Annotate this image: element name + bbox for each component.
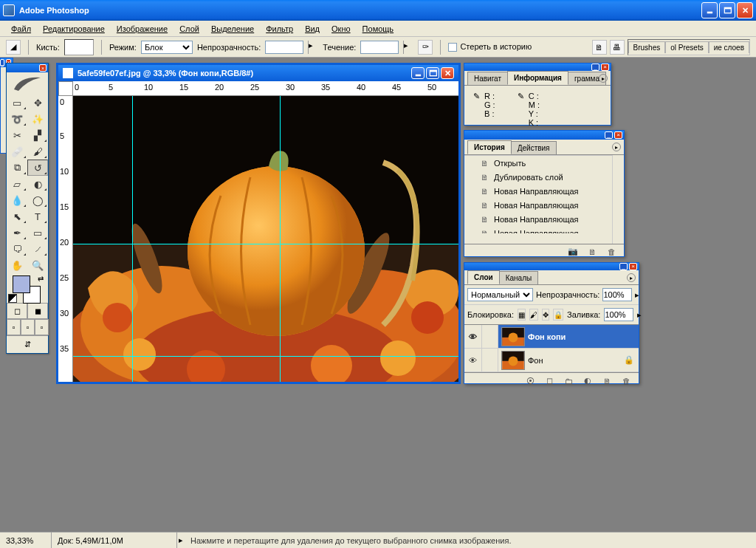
- delete-button[interactable]: 🗑: [605, 246, 618, 257]
- palette-minimize-button[interactable]: _: [619, 263, 628, 270]
- menu-layer[interactable]: Слой: [174, 23, 205, 35]
- jump-to-imageready-button[interactable]: ⇵: [7, 335, 48, 353]
- lasso-tool[interactable]: ➰: [7, 111, 27, 127]
- toolbox-close-button[interactable]: ×: [39, 64, 47, 72]
- palette-minimize-button[interactable]: _: [591, 64, 599, 71]
- docsize-status[interactable]: Док: 5,49M/11,0M: [52, 532, 177, 548]
- quickmask-mode-button[interactable]: ◼: [27, 303, 48, 319]
- window-minimize-button[interactable]: 🗕: [701, 2, 718, 18]
- canvas[interactable]: [73, 96, 458, 382]
- menu-filter[interactable]: Фильтр: [261, 23, 298, 35]
- history-item[interactable]: 🗎Дублировать слой: [464, 170, 612, 184]
- layer-fill-input[interactable]: [604, 308, 633, 321]
- visibility-toggle[interactable]: 👁: [464, 325, 482, 348]
- slice-tool[interactable]: ▞: [27, 127, 48, 143]
- marquee-tool[interactable]: ▭: [7, 95, 27, 111]
- layer-mask-button[interactable]: ◻: [543, 375, 556, 387]
- eraser-tool[interactable]: ▱: [7, 176, 27, 192]
- history-item[interactable]: 🗎Новая Направляющая: [464, 212, 612, 226]
- screen-std-button[interactable]: ▫: [7, 319, 21, 335]
- blend-mode-select[interactable]: Нормальный: [467, 288, 533, 301]
- layer-style-button[interactable]: ⦿: [523, 375, 537, 387]
- heal-tool[interactable]: 🩹: [7, 143, 27, 160]
- standard-mode-button[interactable]: ◻: [7, 303, 27, 319]
- zoom-status[interactable]: 33,33%: [0, 532, 52, 548]
- airbrush-icon[interactable]: ✑: [418, 40, 433, 55]
- palette-close-button[interactable]: ×: [614, 131, 622, 139]
- palette-menu-button[interactable]: ▸: [612, 143, 621, 151]
- lock-transparency-button[interactable]: ▦: [518, 309, 526, 321]
- layer-row[interactable]: 👁 Фон копи: [464, 325, 639, 349]
- new-set-button[interactable]: 🗀: [562, 375, 575, 387]
- path-tool[interactable]: ⬉: [7, 208, 27, 225]
- window-close-button[interactable]: ✕: [737, 2, 753, 18]
- ruler-horizontal[interactable]: 0 5 10 15 20 25 30 35 40 45 50: [73, 81, 458, 96]
- ruler-origin[interactable]: [58, 81, 73, 96]
- palette-dock-icon[interactable]: 🖶: [610, 40, 625, 55]
- brush-tool[interactable]: 🖌: [27, 143, 48, 160]
- eyedropper-tool[interactable]: ⟋: [27, 241, 48, 257]
- doc-minimize-button[interactable]: 🗕: [411, 67, 425, 79]
- menu-help[interactable]: Помощь: [357, 23, 399, 35]
- doc-maximize-button[interactable]: 🗖: [426, 67, 439, 79]
- tab-actions[interactable]: Действия: [511, 141, 557, 154]
- opacity-input[interactable]: [265, 41, 303, 54]
- history-item[interactable]: 🗎Новая Направляющая: [464, 226, 612, 233]
- tab-history[interactable]: История: [467, 140, 512, 154]
- link-toggle[interactable]: [482, 325, 498, 348]
- pen-tool[interactable]: ✒: [7, 225, 27, 241]
- palette-minimize-button[interactable]: _: [605, 131, 613, 139]
- dodge-tool[interactable]: ◯: [27, 192, 48, 208]
- menu-window[interactable]: Окно: [326, 23, 356, 35]
- wand-tool[interactable]: ✨: [27, 111, 48, 127]
- history-item[interactable]: 🗎Новая Направляющая: [464, 184, 612, 198]
- lock-all-button[interactable]: 🔒: [553, 309, 563, 321]
- hand-tool[interactable]: ✋: [7, 257, 27, 273]
- guide-horizontal[interactable]: [73, 244, 458, 244]
- scrollbar[interactable]: [612, 155, 624, 244]
- lock-position-button[interactable]: ✥: [542, 309, 549, 321]
- new-layer-button[interactable]: 🗎: [600, 375, 614, 387]
- history-item[interactable]: 🗎Открыть: [464, 156, 612, 170]
- doc-close-button[interactable]: ✕: [441, 67, 454, 79]
- tab-layers[interactable]: Слои: [467, 270, 500, 284]
- guide-vertical[interactable]: [280, 96, 281, 382]
- zoom-tool[interactable]: 🔍: [27, 257, 48, 273]
- default-colors-icon[interactable]: [8, 294, 17, 303]
- window-maximize-button[interactable]: 🗖: [719, 2, 735, 18]
- shape-tool[interactable]: ▭: [27, 225, 48, 241]
- adjustment-layer-button[interactable]: ◐: [581, 375, 594, 387]
- crop-tool[interactable]: ✂: [7, 127, 27, 143]
- palette-minimize-button[interactable]: _: [0, 59, 4, 66]
- foreground-color-swatch[interactable]: [13, 275, 30, 293]
- new-document-button[interactable]: 🗎: [585, 246, 599, 257]
- menu-view[interactable]: Вид: [300, 23, 325, 35]
- layer-opacity-input[interactable]: [602, 288, 632, 301]
- guide-horizontal-2[interactable]: [73, 356, 458, 357]
- palette-menu-button[interactable]: ▸: [599, 74, 608, 83]
- erase-history-checkbox[interactable]: Стереть в историю: [448, 42, 532, 52]
- mode-select[interactable]: Блок: [141, 41, 193, 54]
- menu-select[interactable]: Выделение: [206, 23, 259, 35]
- lock-pixels-button[interactable]: 🖌: [529, 309, 538, 321]
- history-brush-tool[interactable]: ↺: [27, 160, 48, 176]
- delete-layer-button[interactable]: 🗑: [619, 375, 633, 387]
- guide-vertical-2[interactable]: [132, 96, 133, 382]
- type-tool[interactable]: T: [27, 208, 48, 225]
- menu-edit[interactable]: Редактирование: [38, 23, 110, 35]
- menu-image[interactable]: Изображение: [111, 23, 173, 35]
- layer-row[interactable]: 👁 Фон 🔒: [464, 349, 639, 372]
- tool-preset-icon[interactable]: ◢: [6, 40, 21, 55]
- history-item[interactable]: 🗎Новая Направляющая: [464, 198, 612, 212]
- palette-menu-button[interactable]: ▸: [627, 273, 636, 282]
- tab-channels[interactable]: Каналы: [499, 271, 539, 284]
- screen-full-menubar-button[interactable]: ▫: [21, 319, 35, 335]
- tab-navigator[interactable]: Навигат: [467, 72, 508, 85]
- status-menu-arrow[interactable]: ▸: [177, 535, 185, 545]
- link-toggle[interactable]: [482, 349, 498, 371]
- ruler-vertical[interactable]: 0 5 10 15 20 25 30 35: [58, 96, 73, 382]
- file-browser-icon[interactable]: 🗎: [592, 40, 607, 55]
- visibility-toggle[interactable]: 👁: [464, 349, 482, 371]
- flow-input[interactable]: [360, 41, 399, 54]
- palette-close-button[interactable]: ×: [601, 64, 609, 71]
